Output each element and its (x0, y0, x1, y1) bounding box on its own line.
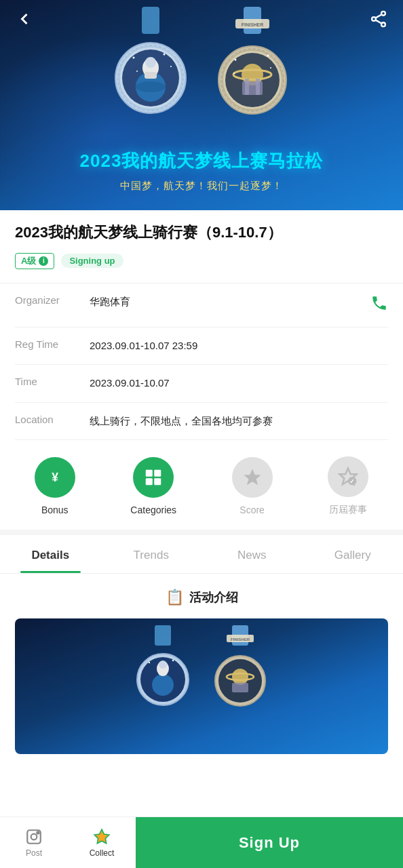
svg-point-51 (172, 660, 174, 661)
tab-gallery[interactable]: Gallery (303, 535, 404, 573)
section-header: 📋 活动介绍 (15, 574, 388, 618)
svg-point-2 (381, 22, 385, 26)
svg-rect-29 (256, 79, 260, 95)
svg-rect-36 (146, 470, 153, 477)
bonus-circle: ¥ (35, 457, 75, 498)
svg-line-3 (376, 20, 382, 24)
reg-time-label: Reg Time (15, 338, 76, 350)
tab-news[interactable]: News (202, 535, 303, 573)
icon-grid: ¥ Bonus Categories (0, 440, 403, 535)
categories-circle (133, 457, 174, 498)
svg-point-1 (372, 17, 376, 21)
svg-point-0 (381, 12, 385, 16)
post-label: Post (26, 848, 42, 858)
post-button[interactable]: Post (0, 817, 68, 868)
location-label: Location (15, 414, 76, 425)
collect-label: Collect (90, 848, 115, 858)
info-icon: i (39, 256, 48, 266)
history-icon-item[interactable]: ✓ 历屆赛事 (328, 456, 368, 516)
location-row: Location 线上骑行，不限地点，全国各地均可参赛 (15, 403, 388, 441)
content-image: FINISHER (15, 618, 388, 754)
svg-point-31 (267, 55, 269, 57)
svg-point-49 (159, 660, 167, 669)
score-icon-item[interactable]: Score (232, 457, 273, 515)
bottom-icons: Post Collect (0, 817, 136, 868)
svg-marker-40 (244, 469, 261, 486)
svg-point-62 (37, 831, 39, 833)
svg-text:¥: ¥ (52, 471, 58, 485)
svg-point-12 (145, 57, 156, 68)
svg-point-10 (136, 81, 166, 92)
svg-point-17 (136, 71, 138, 72)
svg-point-30 (235, 59, 237, 61)
tabs-bar: Details Trends News Gallery (0, 535, 403, 574)
bonus-label: Bonus (41, 505, 69, 515)
history-label: 历屆赛事 (329, 504, 367, 516)
svg-point-33 (233, 73, 235, 74)
main-content: 2023我的航天梦线上骑行赛（9.1-10.7） A级 i Signing up… (0, 210, 403, 754)
svg-rect-39 (154, 479, 161, 486)
hero-subtitle: 中国梦，航天梦！我们一起逐梦！ (0, 180, 403, 193)
organizer-row: Organizer 华跑体育 (15, 283, 388, 328)
categories-label: Categories (130, 505, 176, 515)
level-badge-text: A级 (21, 255, 36, 267)
tab-trends[interactable]: Trends (101, 535, 202, 573)
svg-point-50 (149, 662, 150, 663)
svg-point-16 (170, 66, 172, 67)
collect-button[interactable]: Collect (68, 817, 136, 868)
categories-icon-item[interactable]: Categories (130, 457, 176, 515)
svg-text:✓: ✓ (349, 478, 355, 485)
svg-point-14 (133, 57, 135, 59)
svg-point-61 (31, 833, 37, 840)
info-section: Organizer 华跑体育 Reg Time 2023.09.01-10.07… (0, 283, 403, 441)
badges-row: A级 i Signing up (15, 253, 388, 269)
level-badge: A级 i (15, 253, 54, 269)
svg-text:FINISHER: FINISHER (231, 637, 250, 642)
svg-rect-59 (232, 683, 248, 692)
score-label: Score (239, 505, 265, 515)
signup-button[interactable]: Sign Up (136, 817, 403, 868)
reg-time-value: 2023.09.01-10.07 23:59 (90, 338, 388, 354)
svg-point-15 (164, 54, 166, 56)
nav-bar (0, 0, 403, 38)
content-medals: FINISHER (129, 625, 274, 707)
time-label: Time (15, 376, 76, 387)
bottom-bar: Post Collect Sign Up (0, 816, 403, 868)
svg-point-47 (152, 674, 174, 696)
organizer-label: Organizer (15, 294, 76, 306)
reg-time-row: Reg Time 2023.09.01-10.07 23:59 (15, 328, 388, 366)
tab-details[interactable]: Details (0, 535, 101, 573)
status-badge: Signing up (61, 254, 123, 268)
hero-title: 2023我的航天梦线上赛马拉松 (0, 149, 403, 173)
svg-rect-38 (146, 479, 153, 486)
content-medal-right: FINISHER (206, 625, 274, 707)
score-circle (232, 457, 273, 498)
time-value: 2023.09.01-10.07 (90, 376, 388, 391)
bonus-icon-item[interactable]: ¥ Bonus (35, 457, 75, 515)
svg-line-4 (376, 14, 382, 18)
svg-rect-44 (155, 625, 171, 646)
content-medal-left (129, 625, 197, 707)
back-button[interactable] (12, 7, 37, 31)
location-value: 线上骑行，不限地点，全国各地均可参赛 (90, 414, 388, 429)
section-title: 活动介绍 (189, 589, 238, 606)
phone-button[interactable] (370, 294, 388, 316)
organizer-value: 华跑体育 (90, 294, 357, 310)
svg-marker-63 (94, 829, 109, 844)
history-circle: ✓ (328, 456, 368, 497)
time-row: Time 2023.09.01-10.07 (15, 365, 388, 403)
svg-point-32 (270, 67, 271, 68)
svg-rect-28 (245, 79, 249, 95)
hero-banner: FINISHER (0, 0, 403, 210)
svg-rect-13 (145, 72, 157, 79)
share-button[interactable] (366, 7, 391, 31)
svg-rect-37 (154, 470, 161, 477)
event-title: 2023我的航天梦线上骑行赛（9.1-10.7） (15, 222, 388, 243)
doc-icon: 📋 (166, 589, 184, 606)
svg-point-57 (232, 669, 248, 685)
